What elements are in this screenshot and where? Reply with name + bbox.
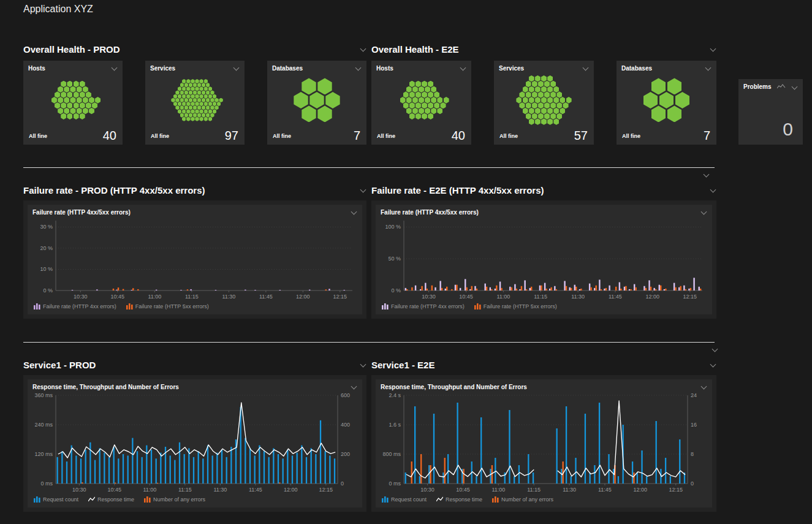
hexagon[interactable] [199,94,203,99]
hexagon[interactable] [186,86,190,91]
chevron-down-icon[interactable] [701,384,707,390]
hexagon[interactable] [182,79,186,83]
hexagon[interactable] [428,102,433,109]
hexagon[interactable] [204,94,208,99]
hexagon[interactable] [83,97,88,104]
hexagon[interactable] [325,92,340,108]
hexagon[interactable] [184,105,188,110]
legend-item[interactable]: Failure rate (HTTP 4xx errors) [382,303,465,309]
chevron-down-icon[interactable] [705,65,711,71]
hexagon[interactable] [317,78,332,94]
hexagon[interactable] [437,108,442,115]
hexagon[interactable] [64,86,69,93]
hexagon[interactable] [550,91,556,98]
hexagon[interactable] [193,90,197,94]
hexagon[interactable] [553,97,559,104]
hexagon[interactable] [550,102,556,109]
hexagon[interactable] [206,83,210,87]
hexagon[interactable] [523,86,528,93]
chevron-down-icon[interactable] [710,46,716,52]
hexagon[interactable] [191,102,194,106]
hexagon[interactable] [180,83,184,87]
hexagon[interactable] [74,91,79,98]
hexagon[interactable] [178,102,181,106]
hexagon[interactable] [428,91,433,98]
hexagon[interactable] [412,86,418,93]
hexagon[interactable] [535,108,541,115]
hexagon[interactable] [675,92,689,108]
hexagon[interactable] [556,113,562,120]
hexagon[interactable] [189,83,192,87]
hexagon[interactable] [409,113,415,120]
hexagon[interactable] [444,97,449,104]
hexagon[interactable] [186,94,190,99]
hexagon[interactable] [643,92,658,108]
hexagon[interactable] [409,102,415,109]
hexagon[interactable] [74,113,79,120]
chevron-down-icon[interactable] [360,187,366,193]
hexagon[interactable] [67,81,72,88]
hexagon[interactable] [213,94,216,99]
hexagon[interactable] [532,81,537,88]
hexagon[interactable] [202,105,205,110]
hexagon[interactable] [206,90,210,94]
hexagon[interactable] [67,91,72,98]
hexagon[interactable] [77,97,82,104]
hexagon[interactable] [538,113,544,120]
hexagon[interactable] [532,102,537,109]
hexagon[interactable] [541,75,547,82]
hexagon[interactable] [208,94,212,99]
legend-item[interactable]: Request count [382,496,427,503]
hexagon[interactable] [560,97,565,104]
hexagon[interactable] [550,81,556,88]
hexagon[interactable] [529,108,534,115]
hexagon[interactable] [425,97,430,104]
hexagon[interactable] [58,86,63,93]
hexagon[interactable] [182,102,186,106]
hexagon[interactable] [184,113,188,117]
hexagon[interactable] [199,116,203,121]
hexagon[interactable] [204,102,208,106]
hexagon[interactable] [415,113,421,120]
hexagon[interactable] [412,108,418,115]
hexagon[interactable] [92,102,97,109]
hexagon[interactable] [70,108,75,115]
hexagon[interactable] [64,97,69,104]
chart-canvas[interactable]: 360 ms240 ms120 ms0 ms600400200010:3010:… [28,390,362,494]
hexagon[interactable] [526,113,531,120]
chevron-down-icon[interactable] [351,209,357,215]
hexagon[interactable] [204,109,208,113]
hexagon[interactable] [195,79,199,83]
hexagon[interactable] [206,98,210,102]
hexagon[interactable] [425,108,430,115]
hexagon[interactable] [406,86,412,93]
chart-canvas[interactable]: 100 %50 %0 %10:3010:4511:0011:1511:3011:… [376,216,712,301]
hexagon[interactable] [516,97,522,104]
hexagon[interactable] [178,94,181,99]
hexagon[interactable] [175,98,179,102]
chevron-down-icon[interactable] [233,65,240,71]
hexagon[interactable] [541,86,547,93]
hexagon[interactable] [538,81,544,88]
hexagon[interactable] [199,102,203,106]
hexagon[interactable] [186,79,190,83]
legend-item[interactable]: Response time [88,496,134,503]
hexagon[interactable] [189,105,192,110]
hexagon[interactable] [197,113,201,117]
hexagon[interactable] [667,78,681,94]
hexagon[interactable] [535,75,541,82]
hexagon[interactable] [659,92,674,108]
hexagon[interactable] [74,102,79,109]
hexagon[interactable] [182,109,186,113]
hexagon[interactable] [51,97,57,104]
hexagon[interactable] [560,108,565,115]
hexagon[interactable] [406,108,412,115]
hexagon[interactable] [180,105,184,110]
hexagon[interactable] [208,116,212,121]
hexagon[interactable] [80,81,85,88]
hexagon[interactable] [422,81,427,88]
hexagon[interactable] [204,116,208,121]
hexagon[interactable] [422,91,427,98]
hexagon[interactable] [535,118,541,125]
hexagon[interactable] [415,102,421,109]
